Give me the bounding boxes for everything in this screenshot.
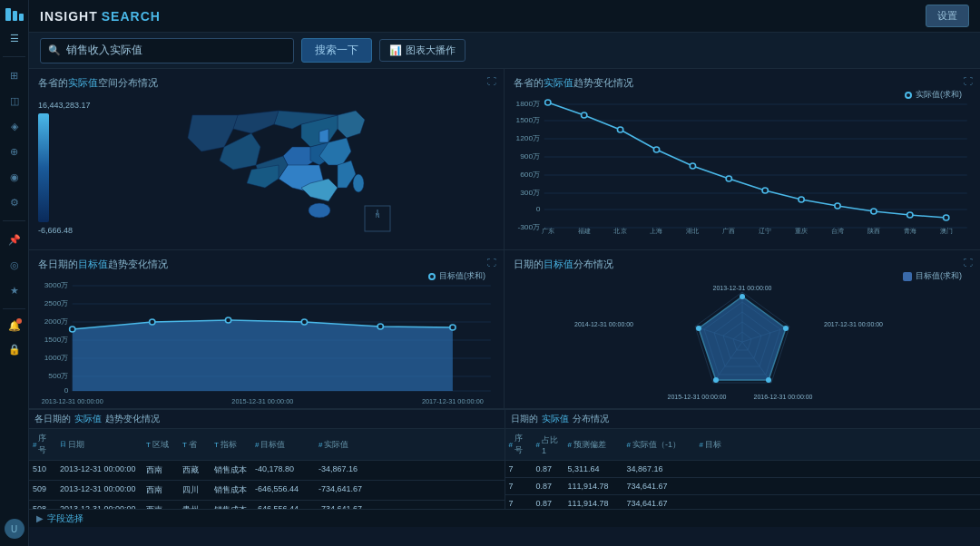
th-index: T指标 [211,431,251,458]
svg-text:0: 0 [536,205,541,213]
main-content: INSIGHT SEARCH 设置 🔍 搜索一下 📊 图表大播作 各省的实际值空… [29,0,980,546]
svg-text:1800万: 1800万 [516,100,541,108]
td-actual-m1: 734,641.67 [623,497,696,509]
svg-text:2017-12-31 00:00:00: 2017-12-31 00:00:00 [422,398,484,405]
svg-text:2500万: 2500万 [44,299,69,307]
th-num-2: #序号 [505,431,533,458]
sidebar-icon-star[interactable]: ★ [5,281,24,299]
td-ratio: 0.87 [533,463,564,475]
td-num-r: 7 [505,480,533,492]
td-num-r: 7 [505,463,533,475]
search-button[interactable]: 搜索一下 [301,38,372,63]
line-expand-icon[interactable]: ⛶ [964,76,973,86]
chart-icon: 📊 [389,44,402,56]
radar-legend: 目标值(求和) [903,270,962,282]
sidebar-divider-3 [3,308,25,309]
td-index: 销售成本 [211,483,251,498]
header: INSIGHT SEARCH 设置 [29,0,980,33]
svg-text:2000万: 2000万 [44,317,69,326]
td-province: 西藏 [179,463,211,478]
sidebar-icon-pin[interactable]: 📌 [5,230,24,249]
svg-text:广东: 广东 [542,228,554,235]
tables-area: 各日期的 实际值 趋势变化情况 #序号 日日期 T区域 T省 T指标 #目标值 … [29,409,980,509]
field-select-label[interactable]: 字段选择 [47,512,83,525]
sidebar-icon-user[interactable]: ◉ [5,168,24,186]
chart-line-title: 各省的实际值趋势变化情况 [514,76,971,90]
sidebar-icon-layer[interactable]: ◫ [5,92,24,110]
chart-map-panel: 各省的实际值空间分布情况 ⛶ 16,443,283.17 -6,666.48 [29,69,505,249]
table-row: 509 2013-12-31 00:00:00 西南 四川 销售成本 -646,… [29,481,505,501]
svg-text:2013-12-31 00:00:00: 2013-12-31 00:00:00 [42,398,103,405]
table-right-col-headers: #序号 #占比1 #预测偏差 #实际值（-1） #目标 [505,429,981,461]
charts-top-row: 各省的实际值空间分布情况 ⛶ 16,443,283.17 -6,666.48 [29,69,980,250]
color-bar: 16,443,283.17 -6,666.48 [38,113,49,222]
settings-button[interactable]: 设置 [926,5,969,27]
td-date: 2013-12-31 00:00:00 [56,502,142,509]
td-actual: -734,641.67 [315,502,378,509]
td-num: 510 [29,463,56,478]
sidebar-notification[interactable]: 🔔 [5,317,24,335]
sidebar-icon-grid[interactable]: ⊞ [5,66,24,84]
avatar[interactable]: U [5,519,24,539]
td-actual: -734,641.67 [315,483,378,498]
th-actual-m1: #实际值（-1） [623,431,696,458]
svg-text:2017-12-31 00:00:00: 2017-12-31 00:00:00 [824,321,883,327]
td-province: 四川 [179,483,211,498]
chart-expand-button[interactable]: 📊 图表大播作 [379,39,466,62]
svg-text:北京: 北京 [613,228,626,235]
td-actual-m1: 34,867.16 [623,463,696,475]
td-ratio: 0.87 [533,497,564,509]
svg-point-80 [150,319,155,325]
search-bar: 🔍 搜索一下 📊 图表大播作 [29,33,980,69]
sidebar-icon-lock[interactable]: 🔒 [5,340,24,358]
chart-area-title: 各日期的目标值趋势变化情况 [38,258,495,271]
svg-point-44 [690,163,695,169]
sidebar-icon-bookmark[interactable]: ◎ [5,256,24,274]
radar-chart-svg: 2013-12-31 00:00:00 2017-12-31 00:00:00 … [552,277,933,408]
svg-text:陕西: 陕西 [867,228,880,235]
table-row: 7 0.87 111,914.78 734,641.67 [505,495,981,509]
td-num-r: 7 [505,497,533,509]
sidebar-icon-menu[interactable]: ☰ [5,29,24,47]
svg-point-50 [907,212,913,218]
svg-rect-0 [5,8,11,21]
table-row: 508 2013-12-31 00:00:00 西南 贵州 销售成本 -646,… [29,501,505,509]
svg-point-51 [944,215,949,220]
charts-bottom-row: 各日期的目标值趋势变化情况 ⛶ 目标值(求和) 3000万 2500万 2000… [29,250,980,409]
area-chart-svg: 3000万 2500万 2000万 1500万 1000万 500万 0 [38,277,495,408]
area-expand-icon[interactable]: ⛶ [487,258,496,268]
svg-point-18 [353,174,364,192]
table-left-header: 各日期的 实际值 趋势变化情况 [29,410,505,429]
table-right-header: 日期的 实际值 分布情况 [505,410,981,429]
line-chart-container: 1800万 1500万 1200万 900万 600万 300万 0 -300万 [514,95,971,239]
radar-legend-dot [903,272,912,281]
map-expand-icon[interactable]: ⛶ [487,76,496,86]
svg-point-102 [713,377,719,383]
table-left: 各日期的 实际值 趋势变化情况 #序号 日日期 T区域 T省 T指标 #目标值 … [29,410,505,509]
sidebar-icon-settings[interactable]: ⚙ [5,193,24,211]
svg-rect-1 [13,11,17,21]
svg-text:湖北: 湖北 [686,228,699,235]
sidebar-icon-search[interactable]: ⊕ [5,142,24,161]
chart-map-title: 各省的实际值空间分布情况 [38,76,495,90]
td-target-r [696,480,760,492]
radar-expand-icon[interactable]: ⛶ [964,258,973,268]
th-date: 日日期 [56,431,142,458]
sidebar-icon-chart[interactable]: ◈ [5,117,24,135]
svg-text:3000万: 3000万 [44,281,69,289]
svg-point-42 [617,127,622,132]
td-target-r [696,463,760,475]
svg-text:重庆: 重庆 [795,228,808,235]
search-input[interactable] [66,44,286,57]
svg-text:900万: 900万 [520,152,540,161]
th-target: #目标值 [251,431,315,458]
radar-legend-label: 目标值(求和) [916,270,962,282]
area-legend-dot [428,273,436,280]
chart-expand-label: 图表大播作 [406,44,456,57]
svg-point-48 [835,203,840,209]
svg-point-47 [799,197,804,202]
svg-text:2016-12-31 00:00:00: 2016-12-31 00:00:00 [754,394,813,400]
svg-text:1500万: 1500万 [516,116,541,124]
td-region: 西南 [142,463,179,478]
table-right: 日期的 实际值 分布情况 #序号 #占比1 #预测偏差 #实际值（-1） #目标… [505,410,981,509]
